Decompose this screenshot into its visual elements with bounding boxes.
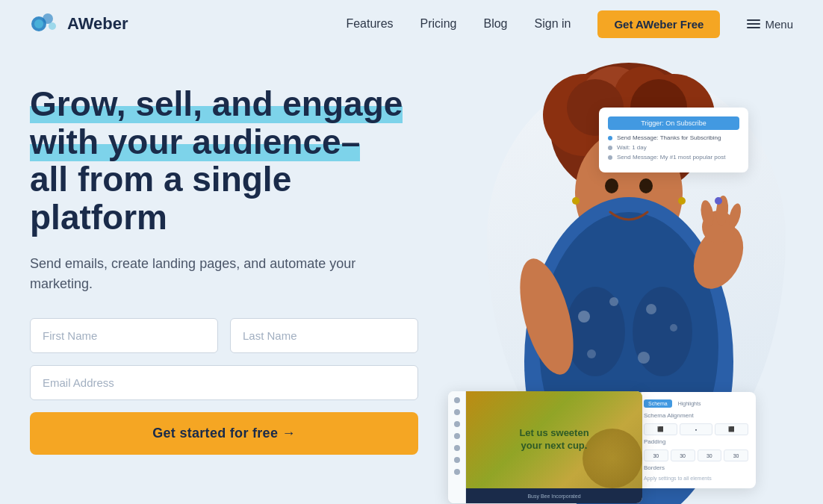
svg-point-3 — [49, 22, 56, 30]
get-aweber-free-button[interactable]: Get AWeber Free — [597, 10, 720, 38]
template-hero-image: Let us sweeten your next cup. — [466, 391, 642, 488]
svg-point-23 — [605, 178, 618, 193]
logo-text: AWeber — [67, 14, 128, 34]
settings-alignment-inputs: ⬛ ▪ ⬛ — [644, 423, 748, 435]
svg-point-24 — [639, 178, 653, 193]
nav-signin[interactable]: Sign in — [535, 17, 571, 31]
auto-step-2: Wait: 1 day — [608, 144, 739, 151]
logo[interactable]: AWeber — [30, 8, 128, 40]
template-brand: Busy Bee Incorporated — [527, 494, 580, 499]
email-input[interactable] — [30, 365, 418, 400]
svg-point-30 — [572, 197, 580, 205]
step-dot-3 — [608, 155, 612, 160]
svg-point-17 — [578, 311, 590, 323]
menu-label: Menu — [765, 18, 793, 31]
hero-left: Grow, sell, and engage with your audienc… — [30, 78, 418, 455]
auto-step-3: Send Message: My #1 most popular post — [608, 154, 739, 161]
svg-point-31 — [678, 197, 686, 205]
email-template-card: Let us sweeten your next cup. Busy Bee I… — [448, 391, 642, 503]
svg-point-18 — [609, 297, 618, 306]
hero-title: Grow, sell, and engage with your audienc… — [30, 85, 418, 236]
svg-point-22 — [638, 352, 650, 364]
sidebar-tool-1 — [454, 397, 460, 403]
hero-title-line4: platform — [30, 198, 167, 237]
nav-links: Features Pricing Blog Sign in Get AWeber… — [346, 10, 793, 38]
hero-section: Grow, sell, and engage with your audienc… — [0, 48, 823, 504]
last-name-input[interactable] — [230, 318, 418, 353]
menu-button[interactable]: Menu — [747, 18, 793, 31]
svg-point-19 — [646, 304, 656, 314]
auto-step-1: Send Message: Thanks for Subscribing — [608, 134, 739, 141]
padding-4: 30 — [724, 449, 748, 461]
sidebar-tool-2 — [454, 409, 460, 415]
settings-tab-schema: Schema — [644, 399, 672, 408]
nav-pricing[interactable]: Pricing — [420, 17, 457, 31]
hero-title-line2: with your audience– — [30, 122, 360, 161]
first-name-input[interactable] — [30, 318, 218, 353]
hero-right: Trigger: On Subscribe Send Message: Than… — [418, 78, 793, 504]
hero-title-line3: all from a single — [30, 160, 291, 199]
form-name-row — [30, 318, 418, 353]
hamburger-line-1 — [747, 19, 760, 21]
sidebar-tool-5 — [454, 445, 460, 451]
settings-card: Schema Highlights Schema Alignment ⬛ ▪ ⬛… — [636, 392, 756, 488]
hero-subtitle: Send emails, create landing pages, and a… — [30, 254, 418, 294]
padding-1: 30 — [644, 449, 668, 461]
template-sidebar — [448, 391, 466, 503]
hero-title-line1: Grow, sell, and engage — [30, 84, 403, 123]
padding-2: 30 — [671, 449, 695, 461]
nav-features[interactable]: Features — [346, 17, 393, 31]
sidebar-tool-7 — [454, 469, 460, 475]
step-dot — [608, 136, 612, 140]
settings-tabs: Schema Highlights — [644, 399, 748, 408]
automation-card: Trigger: On Subscribe Send Message: Than… — [599, 108, 748, 172]
sidebar-tool-3 — [454, 421, 460, 427]
align-left: ⬛ — [644, 423, 677, 435]
svg-point-2 — [43, 13, 53, 24]
nav-blog[interactable]: Blog — [483, 17, 507, 31]
template-card-layout: Let us sweeten your next cup. Busy Bee I… — [448, 391, 642, 503]
padding-3: 30 — [698, 449, 722, 461]
svg-point-33 — [715, 197, 722, 205]
hamburger-icon — [747, 19, 760, 28]
sidebar-tool-6 — [454, 457, 460, 463]
template-content: Let us sweeten your next cup. Busy Bee I… — [466, 391, 642, 503]
template-footer: Busy Bee Incorporated — [466, 488, 642, 503]
automation-header: Trigger: On Subscribe — [608, 116, 739, 130]
get-started-button[interactable]: Get started for free → — [30, 412, 418, 455]
settings-padding-inputs: 30 30 30 30 — [644, 449, 748, 461]
sidebar-tool-4 — [454, 433, 460, 439]
settings-borders-row: Borders — [644, 464, 748, 471]
hamburger-line-2 — [747, 23, 760, 25]
settings-apply-label: Apply settings to all elements — [644, 476, 748, 481]
settings-tab-highlights: Highlights — [674, 399, 706, 408]
step-dot-2 — [608, 146, 612, 150]
hero-title-highlight: Grow, sell, and engage with your audienc… — [30, 84, 403, 161]
settings-alignment-row: Schema Alignment — [644, 412, 748, 419]
svg-point-21 — [587, 349, 596, 358]
align-center: ▪ — [680, 423, 713, 435]
hamburger-line-3 — [747, 27, 760, 28]
align-right: ⬛ — [715, 423, 748, 435]
settings-padding-row: Padding — [644, 438, 748, 445]
template-headline: Let us sweeten your next cup. — [513, 421, 594, 458]
svg-point-20 — [670, 324, 677, 332]
aweber-logo-icon — [30, 8, 61, 40]
svg-point-1 — [34, 19, 43, 28]
navigation: AWeber Features Pricing Blog Sign in Get… — [0, 0, 823, 48]
